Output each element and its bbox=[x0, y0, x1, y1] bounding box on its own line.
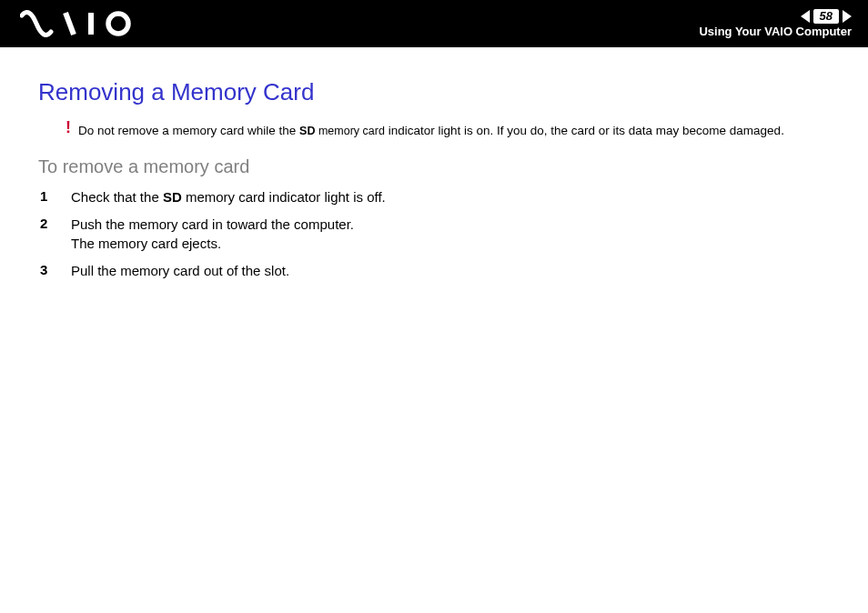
warning-row: ! Do not remove a memory card while the … bbox=[66, 123, 850, 142]
page-nav: 58 bbox=[801, 9, 852, 24]
step-text: Pull the memory card out of the slot. bbox=[71, 263, 289, 278]
page-number: 58 bbox=[820, 9, 833, 23]
prev-page-icon[interactable] bbox=[801, 10, 810, 23]
step-text-line2: The memory card ejects. bbox=[71, 236, 221, 251]
list-item: 2 Push the memory card in toward the com… bbox=[38, 216, 850, 253]
svg-point-1 bbox=[108, 14, 128, 34]
page-title: Removing a Memory Card bbox=[38, 78, 850, 106]
warning-text: Do not remove a memory card while the SD… bbox=[78, 123, 784, 139]
procedure-subtitle: To remove a memory card bbox=[38, 156, 850, 177]
warning-text-pre: Do not remove a memory card while the bbox=[78, 124, 299, 137]
vaio-logo bbox=[20, 10, 147, 37]
header-section-title: Using Your VAIO Computer bbox=[699, 25, 852, 38]
page-content: Removing a Memory Card ! Do not remove a… bbox=[0, 47, 868, 280]
step-number: 3 bbox=[38, 262, 71, 277]
header-right: 58 Using Your VAIO Computer bbox=[699, 9, 852, 39]
warning-text-bold: SD bbox=[299, 125, 315, 137]
page-number-box: 58 bbox=[813, 9, 839, 24]
warning-text-post: indicator light is on. If you do, the ca… bbox=[385, 124, 784, 137]
list-item: 1 Check that the SD memory card indicato… bbox=[38, 188, 850, 206]
step-body: Pull the memory card out of the slot. bbox=[71, 262, 289, 280]
step-number: 1 bbox=[38, 188, 71, 204]
step-body: Push the memory card in toward the compu… bbox=[71, 216, 354, 253]
header-bar: 58 Using Your VAIO Computer bbox=[0, 0, 868, 47]
step-text-post: memory card indicator light is off. bbox=[182, 189, 386, 205]
svg-rect-0 bbox=[88, 13, 94, 35]
warning-text-small-after: memory card bbox=[315, 125, 384, 137]
step-body: Check that the SD memory card indicator … bbox=[71, 188, 386, 206]
step-text-line1: Push the memory card in toward the compu… bbox=[71, 216, 354, 232]
step-number: 2 bbox=[38, 216, 71, 231]
warning-icon: ! bbox=[66, 118, 78, 137]
list-item: 3 Pull the memory card out of the slot. bbox=[38, 262, 850, 280]
step-text-pre: Check that the bbox=[71, 189, 163, 205]
step-text-bold: SD bbox=[163, 189, 182, 205]
steps-list: 1 Check that the SD memory card indicato… bbox=[38, 188, 850, 280]
next-page-icon[interactable] bbox=[843, 10, 852, 23]
